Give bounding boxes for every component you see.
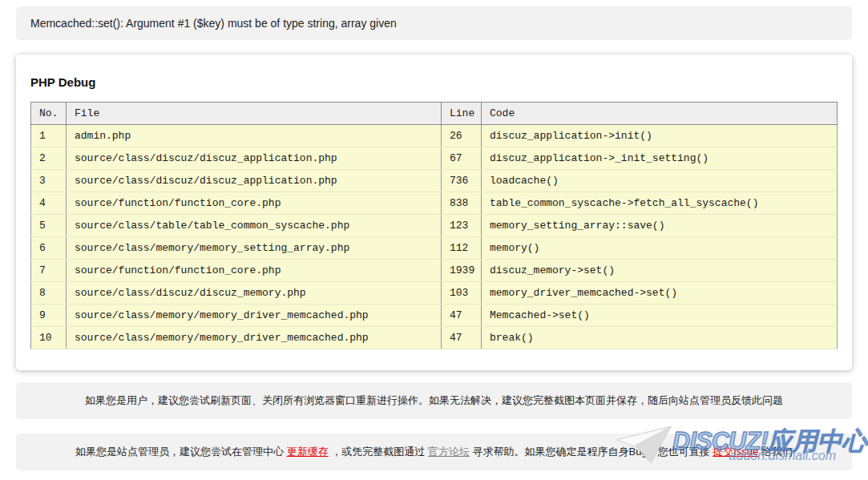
cell-code: memory_setting_array::save() xyxy=(482,215,838,237)
notice-admin-text-3: 寻求帮助。如果您确定是程序自身Bug，您也可直接 xyxy=(470,446,713,458)
notice-user-bar: 如果您是用户，建议您尝试刷新页面、关闭所有浏览器窗口重新进行操作。如果无法解决，… xyxy=(16,382,852,419)
cell-file: source/class/discuz/discuz_application.p… xyxy=(67,170,442,192)
cell-file: source/class/memory/memory_driver_memcac… xyxy=(67,305,442,327)
debug-trace-table: No. File Line Code 1admin.php26discuz_ap… xyxy=(30,102,838,349)
cell-file: source/class/memory/memory_driver_memcac… xyxy=(67,327,442,349)
cell-line: 1939 xyxy=(442,260,482,282)
table-row: 4source/function/function_core.php838tab… xyxy=(31,192,838,215)
cell-no: 2 xyxy=(31,147,67,170)
column-header-no: No. xyxy=(31,103,67,125)
notice-admin-text-2: ，或凭完整截图通过 xyxy=(329,446,428,458)
cell-code: memory() xyxy=(482,237,838,260)
cell-code: table_common_syscache->fetch_all_syscach… xyxy=(482,192,838,215)
column-header-code: Code xyxy=(482,103,838,125)
php-debug-panel: PHP Debug No. File Line Code 1admin.php2… xyxy=(16,54,852,370)
column-header-line: Line xyxy=(442,103,482,125)
notice-admin-bar: 如果您是站点管理员，建议您尝试在管理中心 更新缓存 ，或凭完整截图通过 官方论坛… xyxy=(16,434,852,470)
cell-file: source/class/table/table_common_syscache… xyxy=(67,215,442,237)
cell-code: break() xyxy=(482,327,838,349)
cell-file: source/function/function_core.php xyxy=(67,260,442,282)
table-row: 5source/class/table/table_common_syscach… xyxy=(31,215,838,237)
cell-line: 26 xyxy=(442,125,482,147)
submit-issue-link[interactable]: 提交Issue xyxy=(713,446,758,458)
table-row: 10source/class/memory/memory_driver_memc… xyxy=(31,327,838,349)
cell-code: discuz_application->_init_setting() xyxy=(482,147,838,170)
cell-code: memory_driver_memcached->set() xyxy=(482,282,838,305)
cell-line: 103 xyxy=(442,282,482,305)
table-row: 2source/class/discuz/discuz_application.… xyxy=(31,147,838,170)
cell-line: 47 xyxy=(442,327,482,349)
update-cache-link[interactable]: 更新缓存 xyxy=(287,446,329,458)
table-row: 6source/class/memory/memory_setting_arra… xyxy=(31,237,838,260)
cell-code: discuz_memory->set() xyxy=(482,260,838,282)
cell-file: source/class/discuz/discuz_application.p… xyxy=(67,147,442,170)
cell-line: 123 xyxy=(442,215,482,237)
table-row: 7source/function/function_core.php1939di… xyxy=(31,260,838,282)
table-header-row: No. File Line Code xyxy=(31,103,838,125)
cell-line: 736 xyxy=(442,170,482,192)
cell-no: 1 xyxy=(31,125,67,147)
cell-no: 6 xyxy=(31,237,67,260)
cell-code: loadcache() xyxy=(482,170,838,192)
cell-line: 47 xyxy=(442,305,482,327)
official-forum-link[interactable]: 官方论坛 xyxy=(428,446,470,458)
panel-title: PHP Debug xyxy=(30,75,838,89)
cell-code: discuz_application->init() xyxy=(482,125,838,147)
table-row: 8source/class/discuz/discuz_memory.php10… xyxy=(31,282,838,305)
debug-table-body: 1admin.php26discuz_application->init()2s… xyxy=(31,125,838,349)
table-row: 1admin.php26discuz_application->init() xyxy=(31,125,838,147)
cell-line: 112 xyxy=(442,237,482,260)
table-row: 3source/class/discuz/discuz_application.… xyxy=(31,170,838,192)
cell-no: 3 xyxy=(31,170,67,192)
error-message: Memcached::set(): Argument #1 ($key) mus… xyxy=(30,17,397,30)
cell-line: 838 xyxy=(442,192,482,215)
cell-line: 67 xyxy=(442,147,482,170)
table-row: 9source/class/memory/memory_driver_memca… xyxy=(31,305,838,327)
error-banner: Memcached::set(): Argument #1 ($key) mus… xyxy=(16,6,852,40)
cell-no: 5 xyxy=(31,215,67,237)
notice-admin-text-1: 如果您是站点管理员，建议您尝试在管理中心 xyxy=(75,446,287,458)
cell-file: source/class/memory/memory_setting_array… xyxy=(67,237,442,260)
notice-admin-text-4: 给我们 xyxy=(758,446,793,458)
cell-no: 7 xyxy=(31,260,67,282)
cell-code: Memcached->set() xyxy=(482,305,838,327)
notice-user-text: 如果您是用户，建议您尝试刷新页面、关闭所有浏览器窗口重新进行操作。如果无法解决，… xyxy=(85,394,783,406)
cell-file: source/function/function_core.php xyxy=(67,192,442,215)
column-header-file: File xyxy=(67,103,442,125)
cell-file: source/class/discuz/discuz_memory.php xyxy=(67,282,442,305)
cell-no: 8 xyxy=(31,282,67,305)
cell-no: 10 xyxy=(31,327,67,349)
cell-file: admin.php xyxy=(67,125,442,147)
cell-no: 9 xyxy=(31,305,67,327)
cell-no: 4 xyxy=(31,192,67,215)
